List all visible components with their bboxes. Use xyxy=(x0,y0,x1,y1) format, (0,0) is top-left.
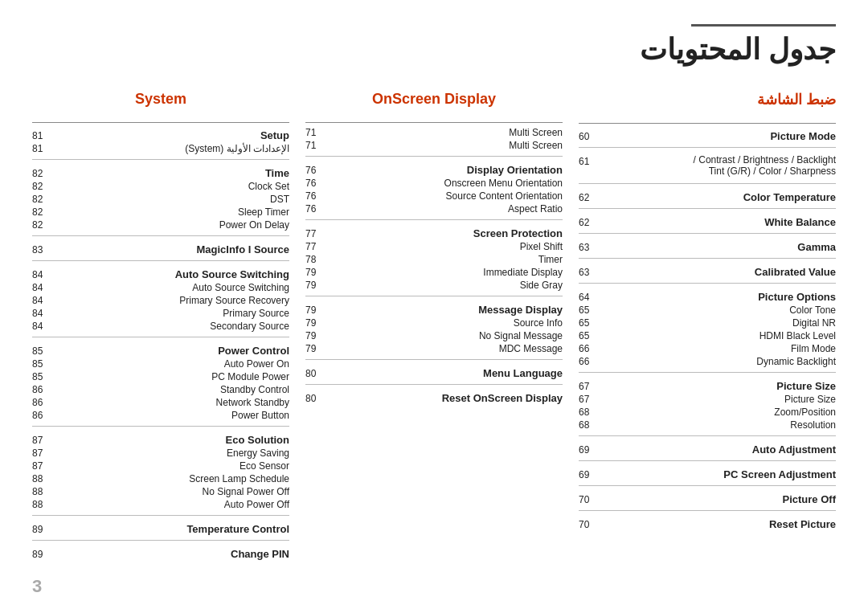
row-text: Network Standby xyxy=(56,397,289,408)
divider xyxy=(32,159,289,160)
gamma-label: Gamma xyxy=(603,241,836,253)
power-control-label: Power Control xyxy=(56,345,289,357)
system-header: System xyxy=(32,91,289,112)
magicinfo-section: 83 MagicInfo I Source xyxy=(32,240,289,256)
row-text: Resolution xyxy=(603,419,836,431)
row-text: Digital NR xyxy=(603,317,836,329)
gamma-num: 63 xyxy=(579,242,603,253)
system-row: 86 Standby Control xyxy=(32,383,289,396)
onscreen-row: 76 Source Content Orientation xyxy=(305,190,563,202)
screen-prot-label: Screen Protection xyxy=(330,227,563,239)
display-row: 67 Picture Size xyxy=(579,393,836,406)
row-text: MDC Message xyxy=(330,343,563,354)
message-display-label: Message Display xyxy=(330,304,563,316)
pin-num: 89 xyxy=(32,549,56,560)
menu-lang-num: 80 xyxy=(305,368,330,379)
auto-adjustment-section: 69 Auto Adjustment xyxy=(579,440,836,456)
row-text: DST xyxy=(56,194,289,205)
calibrated-section: 63 Calibrated Value xyxy=(579,263,836,279)
row-num: 76 xyxy=(305,190,330,202)
row-text: Clock Set xyxy=(56,181,289,192)
picture-options-section: 64 Picture Options xyxy=(579,288,836,304)
row-num: 87 xyxy=(32,460,56,472)
setup-label: Setup xyxy=(56,129,289,141)
divider xyxy=(579,485,836,486)
system-row: 85 Auto Power On xyxy=(32,358,289,370)
divider xyxy=(579,233,836,234)
row-text: Energy Saving xyxy=(56,447,289,459)
time-label: Time xyxy=(56,167,289,179)
picture-mode-section: 60 Picture Mode xyxy=(579,127,836,143)
row-num: 84 xyxy=(32,295,56,306)
row-num: 82 xyxy=(32,206,56,218)
row-num: 65 xyxy=(579,330,603,341)
display-orient-num: 76 xyxy=(305,165,330,176)
onscreen-row: 71 Multi Screen xyxy=(305,126,563,139)
row-text: Source Info xyxy=(330,317,563,329)
system-row: 82 Clock Set xyxy=(32,180,289,193)
display-row: 66 Film Mode xyxy=(579,342,836,355)
row-num: 68 xyxy=(579,419,603,431)
row-num: 85 xyxy=(32,358,56,370)
divider xyxy=(579,372,836,373)
row-num: 82 xyxy=(32,181,56,192)
reset-onscreen-section: 80 Reset OnScreen Display xyxy=(305,389,563,405)
auto-source-num: 84 xyxy=(32,269,56,280)
row-text: Eco Sensor xyxy=(56,460,289,472)
row-num: 88 xyxy=(32,473,56,484)
system-row: 88 Screen Lamp Schedule xyxy=(32,472,289,485)
system-row: 85 PC Module Power xyxy=(32,370,289,383)
temp-label: Temperature Control xyxy=(56,523,289,535)
system-row: 86 Power Button xyxy=(32,409,289,422)
display-row: 68 Zoom/Position xyxy=(579,406,836,419)
row-text: Multi Screen xyxy=(330,140,563,151)
message-display-section: 79 Message Display xyxy=(305,300,563,317)
divider xyxy=(579,258,836,259)
white-balance-num: 62 xyxy=(579,217,603,228)
onscreen-row: 71 Multi Screen xyxy=(305,139,563,152)
page-container: جدول المحتويات System 81 Setup 81 الإعدا… xyxy=(0,0,868,613)
row-text: No Signal Power Off xyxy=(56,486,289,497)
divider xyxy=(579,283,836,284)
divider xyxy=(32,235,289,236)
row-text: Sleep Timer xyxy=(56,206,289,218)
onscreen-row: 79 Immediate Display xyxy=(305,266,563,279)
picture-options-num: 64 xyxy=(579,292,603,303)
row-num: 71 xyxy=(305,140,330,151)
reset-onscreen-label: Reset OnScreen Display xyxy=(330,392,563,404)
row-num: 65 xyxy=(579,317,603,329)
temp-section: 89 Temperature Control xyxy=(32,520,289,536)
row-num: 71 xyxy=(305,127,330,138)
divider xyxy=(579,510,836,511)
display-row: 68 Resolution xyxy=(579,419,836,431)
row-text: Immediate Display xyxy=(330,267,563,278)
row-text: Onscreen Menu Orientation xyxy=(330,178,563,189)
reset-picture-num: 70 xyxy=(579,519,603,530)
row-text: Primary Source xyxy=(56,308,289,319)
pc-screen-num: 69 xyxy=(579,469,603,480)
page-title: جدول المحتويات xyxy=(32,33,836,67)
row-text: Film Mode xyxy=(603,343,836,354)
row-num: 79 xyxy=(305,330,330,341)
row-text: Auto Power On xyxy=(56,358,289,370)
row-num: 86 xyxy=(32,410,56,421)
page-number: 3 xyxy=(32,576,42,597)
row-text: Zoom/Position xyxy=(603,407,836,418)
row-num: 76 xyxy=(305,178,330,189)
divider xyxy=(305,384,563,385)
row-text: Power On Delay xyxy=(56,219,289,231)
onscreen-header: OnScreen Display xyxy=(305,91,563,112)
reset-onscreen-num: 80 xyxy=(305,393,330,404)
row-text: Picture Size xyxy=(603,394,836,405)
display-orient-section: 76 Display Orientation xyxy=(305,161,563,177)
divider xyxy=(305,296,563,296)
pc-screen-label: PC Screen Adjustment xyxy=(603,468,836,480)
row-num: 88 xyxy=(32,486,56,497)
display-orient-label: Display Orientation xyxy=(330,164,563,176)
menu-lang-label: Menu Language xyxy=(330,367,563,379)
row-num: 66 xyxy=(579,343,603,354)
pc-screen-section: 69 PC Screen Adjustment xyxy=(579,465,836,481)
reset-picture-label: Reset Picture xyxy=(603,518,836,530)
row-text: الإعدادات الأولية (System) xyxy=(56,143,289,154)
row-text: Auto Source Switching xyxy=(56,282,289,293)
